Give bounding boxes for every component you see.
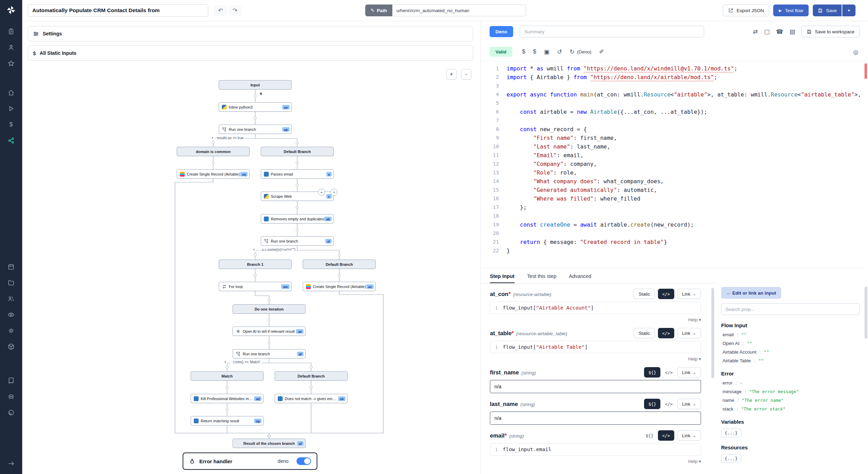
path-button[interactable]: ✎ Path bbox=[365, 5, 392, 16]
field-at_table-link-button[interactable]: Link → bbox=[677, 328, 701, 338]
flow-node-openai[interactable]: Open AI to tell if relevant resultae bbox=[233, 327, 306, 336]
flow-node-py[interactable]: Inline python3ao bbox=[219, 102, 292, 112]
field-first_name-link-button[interactable]: Link → bbox=[677, 367, 701, 378]
sidebar-item-github[interactable] bbox=[0, 405, 22, 421]
sidebar-item-runs[interactable] bbox=[0, 101, 22, 117]
flow-node-sr_r[interactable]: Create Single Record (Airtable)an bbox=[303, 282, 376, 291]
swap-icon[interactable]: ⇄ bbox=[753, 28, 758, 35]
prop-chip-variables[interactable]: {...} bbox=[721, 429, 741, 437]
remove-step-button[interactable]: × bbox=[331, 189, 337, 196]
save-button[interactable]: Save bbox=[813, 5, 842, 16]
flow-node-input[interactable]: Input bbox=[219, 80, 292, 90]
field-last_name-code-toggle[interactable]: </> bbox=[663, 399, 674, 409]
flow-node-doone[interactable]: Do one iteration bbox=[233, 304, 306, 314]
windmill-logo[interactable] bbox=[0, 0, 22, 20]
field-at_con-link-button[interactable]: Link → bbox=[677, 289, 701, 299]
code-editor[interactable]: 12345678910111213141516171819202122 impo… bbox=[481, 61, 868, 268]
zoom-out-button[interactable]: - bbox=[461, 69, 471, 79]
variable-dollar-icon[interactable]: $ bbox=[522, 48, 525, 55]
sidebar-item-docs[interactable] bbox=[0, 373, 22, 389]
redo-button[interactable]: ↷ bbox=[228, 5, 242, 16]
prop-panel-scrollbar[interactable] bbox=[865, 287, 867, 339]
flow-node-result[interactable]: Result of the chosen branchaf bbox=[233, 439, 306, 448]
sidebar-item-workspace[interactable] bbox=[0, 24, 22, 40]
flow-node-def1[interactable]: Default Branch bbox=[261, 147, 334, 156]
field-last_name-template-toggle[interactable]: ${} bbox=[644, 399, 660, 409]
branch-close-icon[interactable]: × bbox=[211, 136, 214, 140]
field-email-link-button[interactable]: Link → bbox=[677, 430, 701, 441]
static-inputs-accordion[interactable]: $ All Static Inputs bbox=[28, 45, 473, 61]
flow-node-sr_l[interactable]: Create Single Record (Airtable)aq bbox=[177, 169, 250, 179]
field-at_con-code-toggle[interactable]: </> bbox=[658, 289, 674, 299]
flow-node-removes[interactable]: Removes empty and duplicatesak bbox=[261, 214, 334, 223]
zoom-in-button[interactable]: + bbox=[446, 69, 457, 79]
grid-icon[interactable]: ▣ bbox=[544, 48, 549, 56]
sidebar-item-groups[interactable] bbox=[0, 291, 22, 307]
sidebar-item-flows[interactable] bbox=[0, 133, 22, 149]
expand-icon[interactable]: ▢ bbox=[764, 28, 770, 35]
branch-close-icon[interactable]: × bbox=[252, 248, 256, 252]
field-first_name-template-toggle[interactable]: ${} bbox=[644, 367, 660, 378]
field-at_table-expression[interactable]: 1flow_input["Airtable Table"] bbox=[490, 341, 701, 353]
tab-step-input[interactable]: Step Input bbox=[490, 273, 515, 283]
flow-node-ap[interactable]: Run one branchap bbox=[219, 125, 292, 134]
save-dropdown-button[interactable]: ▾ bbox=[842, 5, 856, 16]
sidebar-collapse-button[interactable] bbox=[0, 457, 22, 471]
prop-entry-open-ai[interactable]: Open AI:"" bbox=[721, 341, 860, 346]
flow-node-af[interactable]: Run one branchaf bbox=[233, 349, 306, 358]
sidebar-item-favorites[interactable] bbox=[0, 56, 22, 71]
sidebar-item-audit-logs[interactable] bbox=[0, 307, 22, 323]
flow-node-nomatch[interactable]: Does not match -> gives empty valueah bbox=[275, 394, 348, 403]
summary-input[interactable] bbox=[520, 26, 704, 37]
panel-divider[interactable] bbox=[481, 21, 481, 474]
field-last_name-input[interactable] bbox=[490, 412, 701, 425]
field-at_table-help-link[interactable]: Help ▾ bbox=[490, 356, 701, 362]
prop-entry-airtable-table[interactable]: Airtable Table:"" bbox=[721, 358, 860, 363]
field-email-code-toggle[interactable]: </> bbox=[658, 430, 674, 441]
tab-advanced[interactable]: Advanced bbox=[569, 273, 592, 283]
prop-entry-email[interactable]: email:"" bbox=[721, 332, 860, 337]
field-at_table-static-button[interactable]: Static bbox=[634, 328, 655, 338]
flow-node-domain[interactable]: domain is common bbox=[177, 147, 250, 156]
runtime-selector[interactable]: ↻ (Deno) bbox=[570, 48, 592, 56]
field-first_name-input[interactable] bbox=[490, 380, 701, 393]
error-handler-node[interactable]: Error handler deno bbox=[183, 452, 317, 470]
field-email-template-toggle[interactable]: ${} bbox=[644, 430, 655, 441]
branch-close-icon[interactable]: × bbox=[224, 360, 227, 364]
flow-node-al[interactable]: Run one branchal bbox=[261, 236, 334, 246]
prop-search-input[interactable] bbox=[721, 303, 860, 315]
undo-button[interactable]: ↶ bbox=[214, 5, 227, 16]
flow-canvas[interactable]: + - Error handler deno InputInline pytho… bbox=[22, 64, 481, 474]
prop-entry-airtable-account[interactable]: Airtable Account:"" bbox=[721, 349, 860, 355]
flow-node-br1[interactable]: Branch 1 bbox=[219, 260, 292, 269]
field-first_name-code-toggle[interactable]: </> bbox=[663, 367, 674, 378]
field-at_con-expression[interactable]: 1flow_input["Airtable Account"] bbox=[490, 302, 701, 314]
history-icon[interactable]: ↺ bbox=[557, 48, 562, 56]
resource-dollar-icon[interactable]: $ bbox=[533, 48, 536, 55]
field-email-expression[interactable]: 1flow_input.email bbox=[490, 443, 701, 456]
sidebar-item-variables[interactable]: $ bbox=[0, 117, 22, 133]
field-last_name-link-button[interactable]: Link → bbox=[677, 399, 701, 409]
flow-node-parses[interactable]: Parses emaila bbox=[261, 169, 334, 179]
prop-entry-message[interactable]: message:"The error message" bbox=[721, 389, 860, 394]
format-brush-icon[interactable]: ✐ bbox=[599, 48, 604, 56]
flow-node-match[interactable]: Match bbox=[191, 371, 264, 381]
sidebar-item-folders[interactable] bbox=[0, 275, 22, 291]
prop-chip-resources[interactable]: {...} bbox=[721, 454, 741, 463]
sidebar-item-user[interactable] bbox=[0, 40, 22, 56]
export-json-button[interactable]: Export JSON bbox=[723, 5, 769, 16]
eye-icon[interactable]: ◎ bbox=[853, 49, 858, 56]
flow-node-forloop[interactable]: For loopam bbox=[219, 282, 292, 291]
library-icon[interactable]: ▤ bbox=[790, 28, 795, 35]
flow-node-kill[interactable]: Kill Professional Websites mentionsad bbox=[191, 394, 264, 403]
insert-step-button[interactable]: + bbox=[318, 189, 325, 196]
tab-test-this-step[interactable]: Test this step bbox=[527, 273, 557, 283]
settings-accordion[interactable]: Settings bbox=[28, 26, 473, 41]
step-panel-scrollbar[interactable] bbox=[711, 288, 714, 378]
flow-node-ret[interactable]: Return matching resultag bbox=[191, 416, 264, 425]
save-to-workspace-button[interactable]: Save to workspace bbox=[801, 26, 860, 37]
flow-node-def3[interactable]: Default Branch bbox=[275, 371, 348, 381]
sidebar-item-settings[interactable] bbox=[0, 323, 22, 339]
valid-status-badge[interactable]: Valid bbox=[490, 47, 512, 57]
field-email-help-link[interactable]: Help ▾ bbox=[490, 459, 701, 464]
